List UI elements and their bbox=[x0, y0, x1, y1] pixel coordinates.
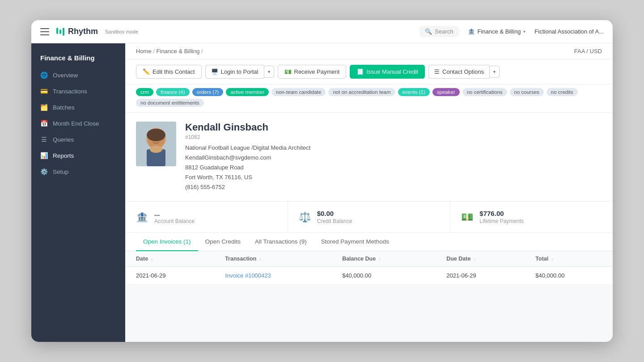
faa-badge: FAA / USD bbox=[574, 48, 602, 55]
tag-no-courses[interactable]: no courses bbox=[510, 88, 544, 96]
sidebar-item-label: Queries bbox=[53, 136, 74, 143]
sidebar-item-reports[interactable]: 📊 Reports bbox=[31, 147, 125, 164]
finance-nav-icon: 🏦 bbox=[468, 28, 475, 35]
tab-all-transactions[interactable]: All Transactions (9) bbox=[248, 233, 314, 251]
edit-contact-button[interactable]: ✏️ Edit this Contact bbox=[136, 65, 202, 79]
contact-options-dropdown[interactable]: ▾ bbox=[489, 66, 500, 78]
invoices-table: Date ↕ Transaction ↕ Balance Due ↕ Due D… bbox=[125, 251, 613, 285]
login-portal-button[interactable]: 🖥️ Login to Portal bbox=[205, 65, 264, 79]
batches-icon: 🗂️ bbox=[40, 104, 47, 111]
lifetime-payments-icon: 💵 bbox=[461, 211, 473, 223]
tab-open-invoices[interactable]: Open Invoices (1) bbox=[136, 233, 198, 251]
sidebar-item-label: Reports bbox=[53, 152, 74, 159]
profile-info: Kendall Ginsbach #1082 National Football… bbox=[185, 122, 602, 192]
stat-account-balance: 🏦 ... Account Balance bbox=[125, 202, 288, 232]
transactions-icon: 💳 bbox=[40, 88, 47, 95]
col-transaction[interactable]: Transaction ↕ bbox=[214, 251, 331, 267]
tags-row: crm finance (4) orders (7) active member… bbox=[125, 84, 613, 113]
sidebar-item-transactions[interactable]: 💳 Transactions bbox=[31, 83, 125, 99]
sidebar-item-queries[interactable]: ☰ Queries bbox=[31, 131, 125, 147]
sidebar-item-batches[interactable]: 🗂️ Batches bbox=[31, 99, 125, 115]
issue-credit-label: Issue Manual Credit bbox=[366, 68, 418, 75]
tag-finance[interactable]: finance (4) bbox=[156, 88, 189, 96]
top-bar: Rhythm Sandbox mode 🔍 Search 🏦 Finance &… bbox=[31, 20, 613, 43]
receive-payment-button[interactable]: 💵 Receive Payment bbox=[278, 65, 347, 79]
logo-text: Rhythm bbox=[68, 27, 98, 36]
top-bar-right: 🔍 Search 🏦 Finance & Billing ▾ Fictional… bbox=[419, 26, 604, 37]
stat-info-credit: $0.00 Credit Balance bbox=[317, 210, 352, 224]
tag-no-credits[interactable]: no credits bbox=[547, 88, 578, 96]
content-area: Home / Finance & Billing / FAA / USD ✏️ … bbox=[125, 43, 613, 342]
breadcrumb: Home / Finance & Billing / bbox=[136, 48, 203, 55]
breadcrumb-finance[interactable]: Finance & Billing bbox=[157, 48, 200, 55]
sidebar-item-label: Month End Close bbox=[53, 120, 99, 127]
lifetime-payments-label: Lifetime Payments bbox=[479, 218, 524, 224]
contact-options-label: Contact Options bbox=[442, 68, 484, 75]
tag-no-doc-entitlements[interactable]: no document entitlements bbox=[136, 99, 204, 107]
credit-balance-value: $0.00 bbox=[317, 210, 352, 217]
payment-icon: 💵 bbox=[284, 68, 292, 75]
credit-icon: 🧾 bbox=[356, 68, 364, 75]
queries-icon: ☰ bbox=[40, 136, 47, 143]
profile-address2: Fort Worth, TX 76116, US bbox=[185, 173, 602, 182]
sidebar-item-setup[interactable]: ⚙️ Setup bbox=[31, 164, 125, 180]
profile-org: National Football League /Digital Media … bbox=[185, 143, 602, 153]
search-icon: 🔍 bbox=[425, 28, 432, 35]
cell-total: $40,000.00 bbox=[525, 267, 613, 285]
tab-stored-payments[interactable]: Stored Payment Methods bbox=[314, 233, 396, 251]
tag-events[interactable]: events (1) bbox=[398, 88, 430, 96]
sandbox-badge: Sandbox mode bbox=[105, 29, 138, 34]
profile-name: Kendall Ginsbach bbox=[185, 122, 602, 133]
logo-icon bbox=[56, 28, 64, 36]
breadcrumb-home[interactable]: Home bbox=[136, 48, 152, 55]
tag-crm[interactable]: crm bbox=[136, 88, 153, 96]
contact-options-split-button: ☰ Contact Options ▾ bbox=[428, 65, 500, 79]
login-portal-dropdown[interactable]: ▾ bbox=[264, 66, 274, 78]
actions-row: ✏️ Edit this Contact 🖥️ Login to Portal … bbox=[125, 59, 613, 84]
cell-date: 2021-06-29 bbox=[125, 267, 214, 285]
col-date[interactable]: Date ↕ bbox=[125, 251, 214, 267]
search-box[interactable]: 🔍 Search bbox=[419, 26, 458, 37]
tag-not-accreditation[interactable]: not on accreditation team bbox=[328, 88, 395, 96]
calendar-icon: 📅 bbox=[40, 120, 47, 127]
cell-due-date: 2021-06-29 bbox=[436, 267, 525, 285]
sidebar-item-overview[interactable]: 🌐 Overview bbox=[31, 67, 125, 83]
contact-options-button[interactable]: ☰ Contact Options bbox=[428, 65, 489, 79]
credit-balance-icon: ⚖️ bbox=[299, 211, 311, 223]
profile-email[interactable]: KendallGinsbach@svgdemo.com bbox=[185, 153, 602, 163]
tag-no-certifications[interactable]: no certifications bbox=[462, 88, 507, 96]
login-portal-split-button[interactable]: 🖥️ Login to Portal ▾ bbox=[205, 65, 274, 79]
tag-orders[interactable]: orders (7) bbox=[192, 88, 224, 96]
table-row: 2021-06-29 Invoice #1000423 $40,000.00 2… bbox=[125, 267, 613, 285]
stat-info-lifetime: $776.00 Lifetime Payments bbox=[479, 210, 524, 224]
profile-id: #1082 bbox=[185, 134, 602, 140]
account-balance-value: ... bbox=[154, 210, 195, 217]
sidebar-item-month-end-close[interactable]: 📅 Month End Close bbox=[31, 115, 125, 131]
tab-open-credits[interactable]: Open Credits bbox=[198, 233, 248, 251]
lifetime-payments-value: $776.00 bbox=[479, 210, 524, 217]
tag-active-member[interactable]: active member bbox=[226, 88, 268, 96]
globe-icon: 🌐 bbox=[40, 72, 47, 79]
tag-speaker[interactable]: speaker bbox=[432, 88, 460, 96]
col-due-date[interactable]: Due Date ↕ bbox=[436, 251, 525, 267]
reports-icon: 📊 bbox=[40, 152, 47, 159]
col-total[interactable]: Total ↕ bbox=[525, 251, 613, 267]
issue-credit-button[interactable]: 🧾 Issue Manual Credit bbox=[350, 65, 425, 79]
tabs-section: Open Invoices (1) Open Credits All Trans… bbox=[125, 233, 613, 285]
tag-non-team[interactable]: non-team candidate bbox=[271, 88, 326, 96]
sidebar: Finance & Billing 🌐 Overview 💳 Transacti… bbox=[31, 43, 125, 342]
profile-details: National Football League /Digital Media … bbox=[185, 143, 602, 192]
col-balance-due[interactable]: Balance Due ↕ bbox=[331, 251, 436, 267]
options-icon: ☰ bbox=[434, 68, 440, 75]
finance-billing-nav[interactable]: 🏦 Finance & Billing ▾ bbox=[468, 28, 526, 35]
stat-info-balance: ... Account Balance bbox=[154, 210, 195, 224]
org-name: Fictional Association of A... bbox=[534, 28, 604, 35]
credit-balance-label: Credit Balance bbox=[317, 218, 352, 224]
stat-lifetime-payments: 💵 $776.00 Lifetime Payments bbox=[450, 202, 613, 232]
cell-transaction[interactable]: Invoice #1000423 bbox=[214, 267, 331, 285]
edit-contact-label: Edit this Contact bbox=[153, 68, 195, 75]
hamburger-icon[interactable] bbox=[40, 28, 49, 35]
profile-section: Kendall Ginsbach #1082 National Football… bbox=[125, 113, 613, 202]
sidebar-title: Finance & Billing bbox=[31, 47, 125, 67]
chevron-down-icon: ▾ bbox=[523, 29, 525, 34]
